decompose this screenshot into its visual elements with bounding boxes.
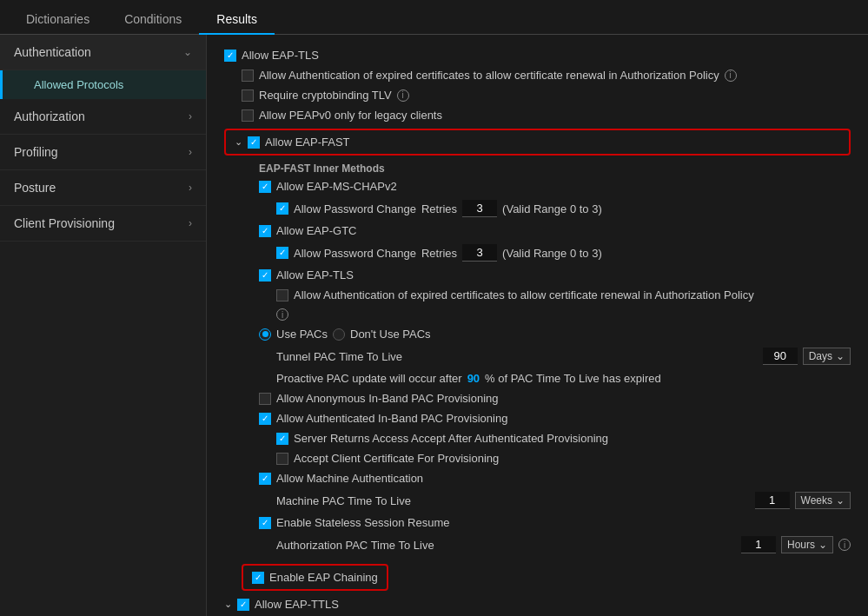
inner-methods-title: EAP-FAST Inner Methods [224, 162, 851, 175]
sidebar-item-authentication[interactable]: Authentication ⌄ [0, 35, 206, 70]
checkbox-auth-expired-inner[interactable] [276, 289, 288, 301]
info-icon-inner[interactable]: i [276, 308, 288, 321]
label-server-returns: Server Returns Access Accept After Authe… [294, 432, 608, 445]
row-require-cryptobinding: Require cryptobinding TLV i [224, 89, 851, 102]
checkbox-allow-eap-tls-top[interactable] [224, 50, 236, 62]
auth-pac-unit-select[interactable]: Hours ⌄ [781, 536, 833, 553]
sidebar-item-authorization[interactable]: Authorization › [0, 99, 206, 135]
row-machine-auth: Allow Machine Authentication [224, 472, 851, 485]
label-eap-gtc: Allow EAP-GTC [276, 224, 356, 237]
chevron-down-icon: ⌄ [183, 46, 192, 58]
row-stateless-session: Enable Stateless Session Resume [224, 516, 851, 529]
radio-dont-use-pacs[interactable] [333, 328, 345, 341]
info-icon-cryptobinding[interactable]: i [397, 89, 409, 102]
sidebar-item-authorization-label: Authorization [14, 109, 85, 123]
row-eap-gtc: Allow EAP-GTC [224, 224, 851, 237]
sidebar-item-profiling-label: Profiling [14, 145, 58, 159]
retries-input-2[interactable] [462, 244, 497, 262]
label-allow-auth-expired: Allow Authentication of expired certific… [259, 69, 719, 82]
allow-eap-fast-header: ⌄ Allow EAP-FAST [235, 136, 840, 149]
tab-results[interactable]: Results [199, 5, 275, 35]
retries-label-2: Retries [421, 247, 457, 260]
checkbox-auth-inband[interactable] [259, 413, 271, 425]
label-stateless-session: Enable Stateless Session Resume [276, 516, 449, 529]
proactive-pac-value: 90 [467, 372, 480, 385]
label-allow-eap-fast: Allow EAP-FAST [265, 136, 350, 149]
chevron-right-icon-3: › [189, 182, 192, 194]
checkbox-allow-peapv0[interactable] [242, 109, 254, 122]
tunnel-pac-value[interactable] [763, 348, 798, 365]
label-accept-client-cert: Accept Client Certificate For Provisioni… [294, 452, 499, 465]
checkbox-server-returns[interactable] [276, 433, 288, 445]
checkbox-anonymous-inband[interactable] [259, 393, 271, 405]
sidebar-item-posture[interactable]: Posture › [0, 170, 206, 206]
sidebar: Authentication ⌄ Allowed Protocols Autho… [0, 35, 207, 616]
sidebar-item-client-provisioning-label: Client Provisioning [14, 216, 115, 230]
checkbox-eap-tls-inner[interactable] [259, 269, 271, 282]
tab-conditions[interactable]: Conditions [107, 5, 199, 35]
checkbox-stateless-session[interactable] [259, 517, 271, 529]
machine-pac-value[interactable] [755, 492, 790, 509]
eap-chaining-box: Enable EAP Chaining [242, 564, 388, 591]
row-pacs: Use PACs Don't Use PACs [224, 328, 851, 341]
sidebar-item-authentication-label: Authentication [14, 45, 91, 59]
checkbox-machine-auth[interactable] [259, 473, 271, 485]
valid-range-1: (Valid Range 0 to 3) [502, 202, 602, 215]
radio-use-pacs[interactable] [259, 328, 271, 341]
label-auth-inband: Allow Authenticated In-Band PAC Provisio… [276, 412, 507, 425]
checkbox-eap-gtc[interactable] [259, 225, 271, 237]
label-machine-auth: Allow Machine Authentication [276, 472, 423, 485]
row-anonymous-inband: Allow Anonymous In-Band PAC Provisioning [224, 392, 851, 405]
row-allow-peapv0: Allow PEAPv0 only for legacy clients [224, 109, 851, 122]
checkbox-pwd-change-1[interactable] [276, 202, 288, 215]
checkbox-accept-client-cert[interactable] [276, 453, 288, 465]
label-allow-eap-ttls: Allow EAP-TTLS [255, 598, 339, 611]
label-pwd-change-1: Allow Password Change [294, 202, 416, 215]
checkbox-require-cryptobinding[interactable] [242, 89, 254, 102]
label-anonymous-inband: Allow Anonymous In-Band PAC Provisioning [276, 392, 499, 405]
info-icon-auth-pac[interactable]: i [838, 539, 851, 551]
checkbox-enable-eap-chaining[interactable] [252, 572, 264, 584]
row-auth-pac: Authorization PAC Time To Live Hours ⌄ i [224, 536, 851, 553]
label-eap-ms-chapv2: Allow EAP-MS-CHAPv2 [276, 180, 397, 193]
row-tunnel-pac: Tunnel PAC Time To Live Days ⌄ [224, 348, 851, 365]
row-proactive-pac: Proactive PAC update will occur after 90… [224, 372, 851, 385]
sidebar-item-allowed-protocols[interactable]: Allowed Protocols [0, 70, 206, 99]
tab-dictionaries[interactable]: Dictionaries [9, 5, 107, 35]
top-nav: Dictionaries Conditions Results [0, 0, 868, 35]
label-allow-eap-tls-top: Allow EAP-TLS [242, 49, 319, 62]
checkbox-eap-ms-chapv2[interactable] [259, 181, 271, 193]
label-auth-expired-inner: Allow Authentication of expired certific… [294, 288, 754, 301]
sidebar-item-profiling[interactable]: Profiling › [0, 135, 206, 170]
row-accept-client-cert: Accept Client Certificate For Provisioni… [224, 452, 851, 465]
sidebar-item-posture-label: Posture [14, 181, 56, 195]
allow-eap-fast-section: ⌄ Allow EAP-FAST [224, 129, 851, 156]
collapse-icon-ttls[interactable]: ⌄ [224, 599, 232, 610]
chevron-right-icon-2: › [189, 146, 192, 158]
collapse-icon[interactable]: ⌄ [235, 136, 242, 148]
label-allow-peapv0: Allow PEAPv0 only for legacy clients [259, 109, 442, 122]
checkbox-allow-eap-ttls[interactable] [237, 599, 249, 611]
valid-range-2: (Valid Range 0 to 3) [502, 247, 602, 260]
row-server-returns: Server Returns Access Accept After Authe… [224, 432, 851, 445]
checkbox-allow-eap-fast[interactable] [248, 136, 260, 149]
checkbox-pwd-change-2[interactable] [276, 247, 288, 259]
label-enable-eap-chaining: Enable EAP Chaining [269, 571, 378, 584]
content-area: Allow EAP-TLS Allow Authentication of ex… [207, 35, 868, 616]
row-auth-inband: Allow Authenticated In-Band PAC Provisio… [224, 412, 851, 425]
info-icon-auth-expired[interactable]: i [725, 70, 737, 82]
auth-pac-value[interactable] [741, 536, 776, 553]
row-eap-tls-inner: Allow EAP-TLS [224, 268, 851, 282]
retries-input-1[interactable] [462, 200, 497, 217]
checkbox-allow-auth-expired[interactable] [242, 70, 254, 82]
label-proactive-prefix: Proactive PAC update will occur after [276, 372, 462, 385]
tunnel-pac-unit-select[interactable]: Days ⌄ [803, 348, 851, 365]
row-eap-ms-chapv2: Allow EAP-MS-CHAPv2 [224, 180, 851, 193]
chevron-right-icon-4: › [189, 217, 192, 229]
label-proactive-suffix: % of PAC Time To Live has expired [485, 372, 661, 385]
sidebar-item-client-provisioning[interactable]: Client Provisioning › [0, 206, 206, 242]
machine-pac-unit-select[interactable]: Weeks ⌄ [795, 492, 851, 509]
label-dont-use-pacs: Don't Use PACs [350, 328, 431, 341]
chevron-down-icon-days: ⌄ [836, 350, 845, 362]
row-allow-eap-ttls: ⌄ Allow EAP-TTLS [224, 598, 851, 611]
